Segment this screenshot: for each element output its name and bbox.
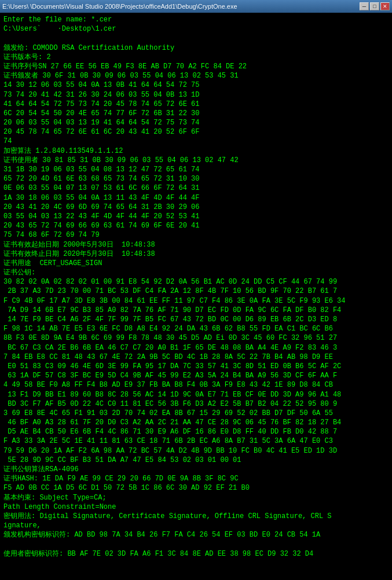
console-output[interactable]: Enter the file name: *.cer C:\Users` ·De…: [0, 13, 392, 580]
title-bar-buttons: ─ □ ✕: [360, 2, 390, 10]
minimize-button[interactable]: ─: [360, 2, 369, 10]
title-bar: E:\Users\ \Documents\Visual Studio 2008\…: [0, 0, 392, 13]
maximize-button[interactable]: □: [370, 2, 379, 10]
close-button[interactable]: ✕: [380, 2, 390, 10]
title-bar-text: E:\Users\ \Documents\Visual Studio 2008\…: [2, 3, 360, 10]
console-wrapper: Enter the file name: *.cer C:\Users` ·De…: [0, 13, 392, 580]
